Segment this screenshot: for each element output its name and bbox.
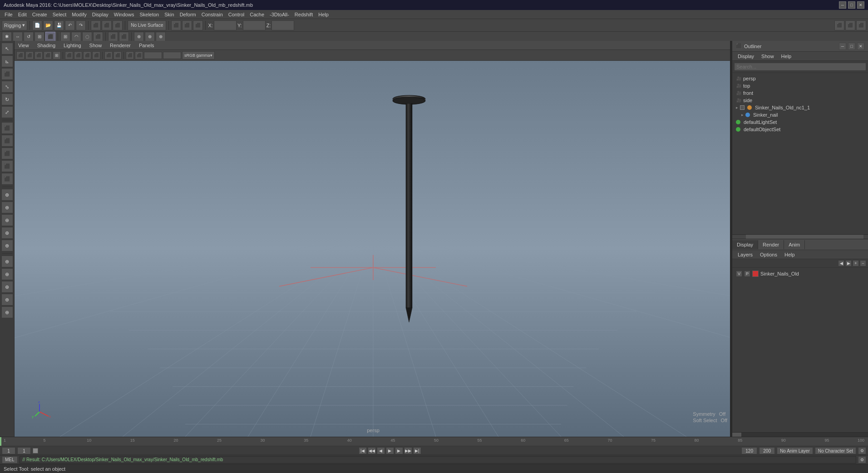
redo-button[interactable]: ↷	[76, 20, 86, 30]
ls-tool4[interactable]: ⊕	[1, 227, 13, 239]
z-input[interactable]	[271, 20, 294, 30]
paint-button[interactable]: ⬛	[113, 20, 123, 30]
anim-settings-btn[interactable]: ⚙	[858, 447, 866, 454]
soft-mod-tool[interactable]: ⬛	[1, 122, 13, 134]
vm-renderer[interactable]: Renderer	[108, 42, 133, 49]
select-component-btn[interactable]: ⬛	[119, 32, 129, 42]
undo-button[interactable]: ↶	[65, 20, 75, 30]
outliner-search-input[interactable]	[734, 63, 866, 71]
menu-display[interactable]: Display	[89, 11, 111, 18]
snap-point-btn[interactable]: ◌	[82, 32, 92, 42]
outliner-tab-display[interactable]: Display	[734, 53, 758, 60]
ls-extra4[interactable]: ⊕	[1, 294, 13, 305]
menu-3dto[interactable]: -3DtoAll-	[267, 11, 292, 18]
next-key-btn[interactable]: ▶▶	[404, 447, 412, 454]
layer-v-btn[interactable]: V	[736, 271, 742, 277]
move-tool[interactable]: ⤡	[1, 81, 13, 93]
vt-all-lights[interactable]: ⬛	[92, 51, 100, 59]
no-anim-layer-btn[interactable]: No Anim Layer	[777, 447, 813, 454]
menu-create[interactable]: Create	[30, 11, 50, 18]
vt-texture[interactable]: ⬛	[83, 51, 91, 59]
outliner-hscroll[interactable]	[732, 234, 868, 239]
display-next-btn[interactable]: ▶	[845, 260, 852, 266]
outliner-item-group[interactable]: ▸ Sinker_Nails_Old_nc1_1	[732, 104, 868, 111]
display-tab-display[interactable]: Display	[732, 240, 758, 249]
menu-select[interactable]: Select	[50, 11, 69, 18]
ep-curve-tool[interactable]: ⬛	[1, 160, 13, 172]
transform-button1[interactable]: ⬛	[171, 20, 181, 30]
display-add-btn[interactable]: +	[853, 260, 859, 266]
menu-edit[interactable]: Edit	[15, 11, 30, 18]
prev-key-btn[interactable]: ◀◀	[368, 447, 376, 454]
menu-cache[interactable]: Cache	[247, 11, 267, 18]
layers-tab-layers[interactable]: Layers	[734, 251, 756, 258]
gamma-dropdown-btn[interactable]: sRGB gamma ▾	[182, 51, 215, 59]
outliner-item-mesh[interactable]: ▸ Sinker_nail	[732, 111, 868, 118]
layers-tab-options[interactable]: Options	[756, 251, 781, 258]
ls-tool5[interactable]: ⊕	[1, 240, 13, 251]
rot-obj-btn[interactable]: ⊕	[156, 32, 166, 42]
vm-panels[interactable]: Panels	[137, 42, 156, 49]
save-scene-button[interactable]: 💾	[54, 20, 64, 30]
ls-extra2[interactable]: ⊕	[1, 268, 13, 280]
go-end-btn[interactable]: ▶|	[413, 447, 421, 454]
vt-show-grid[interactable]: ⊞	[53, 51, 61, 59]
display-remove-btn[interactable]: −	[860, 260, 866, 266]
scale-tool[interactable]: ⤢	[1, 106, 13, 118]
menu-skeleton[interactable]: Skeleton	[137, 11, 162, 18]
outliner-item-persp[interactable]: 🎥 persp	[732, 75, 868, 82]
mode-dropdown[interactable]: Rigging ▾	[2, 20, 27, 30]
vt-cam[interactable]: ⬛	[104, 51, 113, 59]
scale-tool-btn[interactable]: ⊞	[35, 32, 44, 42]
cv-curve-tool[interactable]: ⬛	[1, 148, 13, 159]
snap-grid-btn[interactable]: ⊞	[60, 32, 70, 42]
no-live-surface-button[interactable]: No Live Surface	[128, 20, 166, 30]
vt-smooth[interactable]: ⬛	[74, 51, 82, 59]
outliner-minimize-btn[interactable]: ─	[839, 43, 846, 50]
snap-curve-btn[interactable]: ◠	[71, 32, 81, 42]
outliner-restore-btn[interactable]: □	[848, 43, 855, 50]
minimize-button[interactable]: ─	[839, 1, 846, 9]
close-button[interactable]: ✕	[857, 1, 864, 9]
menu-skin[interactable]: Skin	[162, 11, 177, 18]
go-start-btn[interactable]: |◀	[359, 447, 367, 454]
timeline-ruler[interactable]: 1 5 10 15 20 25 30 35 40 45 50 55 60 65 …	[0, 437, 868, 446]
viewport-3d[interactable]: x y z persp Symmetry Off Soft Select Off	[15, 61, 732, 437]
vm-shading[interactable]: Shading	[35, 42, 57, 49]
outliner-tab-show[interactable]: Show	[758, 53, 778, 60]
vt-gamma-btn[interactable]: ⬛	[126, 51, 134, 59]
x-input[interactable]	[214, 20, 237, 30]
outliner-close-btn[interactable]: ✕	[857, 43, 864, 50]
display-tab-render[interactable]: Render	[758, 240, 784, 249]
vm-view[interactable]: View	[16, 42, 31, 49]
gamma-left-input[interactable]: 0.00	[144, 52, 162, 59]
sculpt-tool[interactable]: ⬛	[1, 135, 13, 147]
open-scene-button[interactable]: 📂	[43, 20, 53, 30]
outliner-item-front[interactable]: 🎥 front	[732, 89, 868, 97]
select-mode-btn[interactable]: ✱	[2, 32, 12, 42]
transform-button3[interactable]: ⬛	[193, 20, 203, 30]
vt-scale[interactable]: ⬛	[44, 51, 52, 59]
snap-surface-btn[interactable]: ⬛	[93, 32, 103, 42]
vt-exp[interactable]: ⬛	[135, 51, 143, 59]
display-tab-anim[interactable]: Anim	[784, 240, 805, 249]
select-tool-button[interactable]: ⬛	[91, 20, 101, 30]
move-tool-btn[interactable]: ↔	[13, 32, 23, 42]
frame-start-input[interactable]	[17, 447, 31, 454]
restore-button[interactable]: □	[848, 1, 855, 9]
play-fwd-btn[interactable]: ▶	[386, 447, 394, 454]
anim-end-input[interactable]	[759, 447, 775, 454]
paint-select-tool[interactable]: ⬛	[1, 68, 13, 80]
vt-isolation[interactable]: ⬛	[113, 51, 122, 59]
prev-frame-btn[interactable]: ◀	[377, 447, 385, 454]
next-frame-btn[interactable]: ▶	[395, 447, 403, 454]
current-frame-input[interactable]	[2, 447, 15, 454]
outliner-tab-help[interactable]: Help	[778, 53, 795, 60]
menu-deform[interactable]: Deform	[177, 11, 199, 18]
layers-tab-help[interactable]: Help	[781, 251, 799, 258]
sym-mesh-btn[interactable]: ⬛	[108, 32, 118, 42]
scale-obj-btn[interactable]: ⊕	[145, 32, 155, 42]
menu-help[interactable]: Help	[316, 11, 331, 18]
move-obj-btn[interactable]: ⊕	[134, 32, 144, 42]
y-input[interactable]	[243, 20, 266, 30]
